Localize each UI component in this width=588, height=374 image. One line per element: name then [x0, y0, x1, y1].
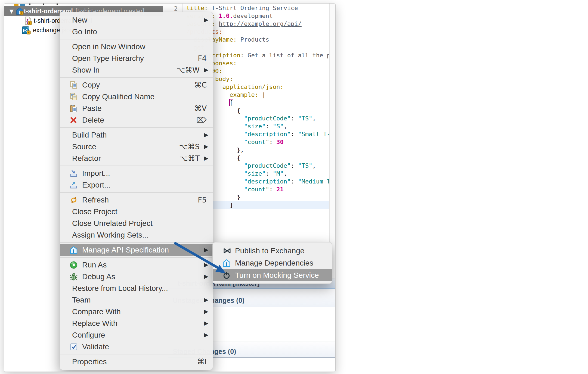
menu-item-label: Validate — [82, 341, 109, 353]
menu-item-label: Compare With — [72, 306, 121, 317]
menu-item-label: Open in New Window — [72, 41, 145, 52]
menu-item-label: Run As — [82, 259, 107, 271]
menu-item-show-in[interactable]: Show In⌥⌘W▶ — [60, 64, 213, 76]
menu-item-close-unrelated-project[interactable]: Close Unrelated Project — [60, 217, 213, 229]
submenu-arrow-icon: ▶ — [204, 141, 208, 152]
refresh-icon — [70, 196, 78, 204]
menu-item-go-into[interactable]: Go Into — [60, 26, 213, 38]
menu-item-open-type-hierarchy[interactable]: Open Type HierarchyF4 — [60, 52, 213, 64]
menu-separator — [60, 192, 213, 193]
clipped-tree-row — [43, 4, 44, 5]
menu-item-compare-with[interactable]: Compare With▶ — [60, 306, 213, 317]
api-project-icon — [16, 7, 24, 15]
menu-item-label: Turn on Mocking Service — [235, 269, 319, 281]
menu-item-new[interactable]: New▶ — [60, 14, 213, 26]
menu-item-source[interactable]: Source⌥⌘S▶ — [60, 141, 213, 152]
menu-item-label: Properties — [72, 356, 107, 367]
menu-item-label: Open Type Hierarchy — [72, 52, 144, 64]
menu-item-label: Export... — [82, 179, 110, 191]
menu-separator — [60, 166, 213, 166]
menu-item-shortcut: ⌥⌘T — [179, 152, 200, 164]
menu-separator — [60, 39, 213, 39]
menu-item-export[interactable]: Export... — [60, 179, 213, 191]
submenu-arrow-icon: ▶ — [204, 329, 208, 341]
menu-item-label: Assign Working Sets... — [72, 229, 148, 241]
export-icon — [70, 181, 78, 189]
menu-item-label: Close Project — [72, 206, 117, 217]
submenu-arrow-icon: ▶ — [204, 64, 208, 76]
code-line[interactable]: title: T-Shirt Ordering Service — [186, 4, 329, 12]
editor-overview-ruler[interactable] — [329, 4, 336, 280]
menu-item-label: Paste — [82, 102, 102, 114]
menu-item-label: Import... — [82, 167, 110, 179]
raml-file-icon: { — [24, 17, 32, 25]
menu-item-label: Copy — [82, 79, 100, 91]
menu-item-close-project[interactable]: Close Project — [60, 206, 213, 217]
menu-item-label: Build Path — [72, 129, 107, 141]
menu-separator — [60, 77, 213, 78]
matched-bracket: [ — [230, 99, 233, 106]
menu-item-replace-with[interactable]: Replace With▶ — [60, 317, 213, 329]
menu-item-label: Publish to Exchange — [235, 245, 304, 257]
studio-window: ▼ t-shirt-orderraml [t-shirt-orderraml m… — [4, 3, 336, 372]
api-house-icon — [70, 246, 78, 254]
menu-item-copy[interactable]: Copy⌘C — [60, 79, 213, 91]
tree-expand-caret-icon[interactable]: ▼ — [10, 8, 14, 14]
menu-item-label: Restore from Local History... — [72, 282, 168, 294]
menu-item-label: Copy Qualified Name — [82, 91, 154, 102]
submenu-arrow-icon: ▶ — [204, 14, 208, 26]
base-uri-link[interactable]: http://example.org/api/ — [219, 20, 302, 27]
menu-item-validate[interactable]: Validate — [60, 341, 213, 353]
menu-item-open-in-new-window[interactable]: Open in New Window — [60, 41, 213, 52]
delete-icon — [70, 116, 77, 124]
menu-separator — [60, 354, 213, 354]
project-context-menu: New▶Go IntoOpen in New WindowOpen Type H… — [60, 12, 213, 370]
menu-item-shortcut: F5 — [198, 194, 207, 206]
menu-item-paste[interactable]: Paste⌘V — [60, 102, 213, 114]
menu-item-restore-from-local-history[interactable]: Restore from Local History... — [60, 282, 213, 294]
copy-icon — [70, 81, 78, 89]
debug-icon — [70, 273, 78, 281]
line-number: 2 — [168, 5, 178, 12]
run-icon — [70, 261, 78, 269]
menu-item-label: Debug As — [82, 271, 115, 282]
copy-qualified-icon — [70, 93, 78, 101]
submenu-arrow-icon: ▶ — [204, 129, 208, 141]
menu-item-label: New — [72, 14, 87, 26]
menu-item-label: Configure — [72, 329, 105, 341]
clipped-tree-row — [29, 4, 30, 5]
menu-item-refresh[interactable]: RefreshF5 — [60, 194, 213, 206]
menu-item-shortcut: ⌦ — [196, 114, 207, 126]
submenu-arrow-icon: ▶ — [204, 152, 208, 164]
menu-item-shortcut: ⌥⌘W — [177, 64, 200, 76]
menu-item-build-path[interactable]: Build Path▶ — [60, 129, 213, 141]
menu-item-assign-working-sets[interactable]: Assign Working Sets... — [60, 229, 213, 241]
exchange-file-icon — [21, 26, 31, 35]
menu-item-label: Close Unrelated Project — [72, 217, 153, 229]
menu-item-refactor[interactable]: Refactor⌥⌘T▶ — [60, 152, 213, 164]
menu-item-team[interactable]: Team▶ — [60, 294, 213, 306]
menu-item-label: Refresh — [82, 194, 109, 206]
paste-icon — [70, 104, 78, 113]
menu-item-label: Refactor — [72, 152, 101, 164]
submenu-arrow-icon: ▶ — [204, 306, 208, 317]
menu-item-label: Manage Dependencies — [235, 257, 313, 269]
annotation-arrow — [170, 240, 233, 278]
menu-separator — [60, 127, 213, 128]
checkbox-icon — [70, 343, 78, 351]
menu-item-delete[interactable]: Delete⌦ — [60, 114, 213, 126]
menu-item-copy-qualified-name[interactable]: Copy Qualified Name — [60, 91, 213, 102]
menu-item-label: Show In — [72, 64, 100, 76]
menu-item-properties[interactable]: Properties⌘I — [60, 356, 213, 367]
menu-item-label: Manage API Specification — [82, 244, 169, 256]
menu-item-label: Replace With — [72, 317, 117, 329]
clipped-tree-row — [57, 4, 58, 5]
menu-item-shortcut: F4 — [198, 52, 207, 64]
clipped-tree-row — [14, 4, 18, 6]
menu-item-label: Delete — [82, 114, 104, 126]
menu-item-import[interactable]: Import... — [60, 167, 213, 179]
menu-item-configure[interactable]: Configure▶ — [60, 329, 213, 341]
submenu-arrow-icon: ▶ — [204, 317, 208, 329]
menu-item-label: Source — [72, 141, 96, 152]
menu-item-shortcut: ⌥⌘S — [179, 141, 200, 152]
